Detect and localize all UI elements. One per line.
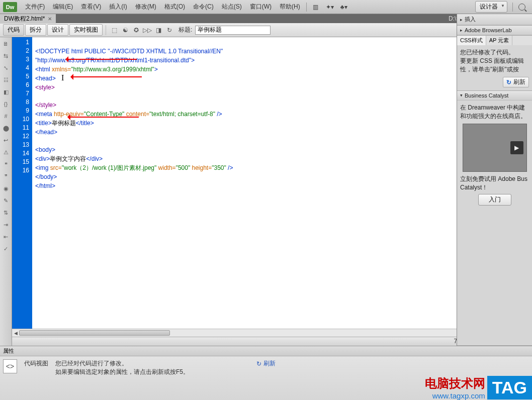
document-toolbar: 代码 拆分 设计 实时视图 ⬚ ☯ ✪ ▷▷ ◨ ↻ 标题: <box>0 23 532 37</box>
refresh-label: 刷新 <box>263 359 276 368</box>
line-numbers-icon[interactable]: # <box>2 112 11 121</box>
css-msg: 您已经修改了代码。 <box>460 48 529 57</box>
open-docs-icon[interactable]: 🗎 <box>2 39 11 48</box>
highlight-invalid-icon[interactable]: ⬤ <box>2 124 11 133</box>
bc-video-thumbnail[interactable]: ▶ <box>463 124 527 172</box>
css-styles-tab[interactable]: CSS样式 <box>457 36 486 45</box>
title-input[interactable] <box>195 26 271 35</box>
close-tab-icon[interactable]: ✕ <box>48 16 52 22</box>
bc-msg: 和功能强大的在线商店。 <box>460 112 529 121</box>
properties-message: 您已经对代码进行了修改。 如果要编辑选定对象的属性，请点击刷新或按F5。 <box>55 359 189 376</box>
menu-command[interactable]: 命令(C) <box>189 1 218 13</box>
code-editor: 1234 5678 9101112 13141516 <!DOCTYPE htm… <box>12 37 532 346</box>
sync-icon[interactable]: ♣▾ <box>339 3 349 12</box>
format-source-icon[interactable]: ✓ <box>2 244 11 253</box>
watermark-url: www.tagxp.com <box>425 391 485 400</box>
code-view-label: 代码视图 <box>24 359 48 368</box>
search-icon[interactable] <box>517 3 527 12</box>
editor-status-bar: 74 K / 2 秒 Unicode (UTF-8) <box>12 337 532 346</box>
browser-preview-icon[interactable]: ✪ <box>131 26 141 35</box>
document-tab[interactable]: DW教程2.html* ✕ <box>0 14 56 24</box>
refresh-icon: ↻ <box>256 360 261 367</box>
indent-icon[interactable]: ⇥ <box>2 220 11 229</box>
right-panel-group: 插入 Adobe BrowserLab CSS样式 AP 元素 您已经修改了代码… <box>457 14 532 346</box>
refresh-icon: ↻ <box>506 79 511 86</box>
outdent-icon[interactable]: ⇤ <box>2 232 11 241</box>
bc-try-text: Catalyst！ <box>460 183 529 192</box>
recent-snippets-icon[interactable]: ✎ <box>2 196 11 205</box>
properties-panel: 属性 <> 代码视图 您已经对代码进行了修改。 如果要编辑选定对象的属性，请点击… <box>0 346 532 400</box>
collapse-tag-icon[interactable]: ⤡ <box>2 63 11 72</box>
show-code-nav-icon[interactable]: ⇆ <box>2 51 11 60</box>
syntax-error-icon[interactable]: ⚠ <box>2 148 11 157</box>
css-panel: CSS样式 AP 元素 您已经修改了代码。 要更新 CSS 面板或编辑 性，请单… <box>457 36 532 91</box>
browserlab-panel: Adobe BrowserLab <box>457 26 532 36</box>
select-parent-icon[interactable]: ◧ <box>2 87 11 96</box>
code-content[interactable]: <!DOCTYPE html PUBLIC "-//W3C//DTD XHTML… <box>32 37 524 329</box>
menu-site[interactable]: 站点(S) <box>218 1 246 13</box>
bc-start-button[interactable]: 入门 <box>478 194 511 206</box>
inspect-icon[interactable]: ☯ <box>120 26 130 35</box>
bc-panel-body: 在 Dreamweaver 中构建 和功能强大的在线商店。 ▶ 立刻免费试用 A… <box>457 101 532 211</box>
business-catalyst-panel: Business Catalyst 在 Dreamweaver 中构建 和功能强… <box>457 91 532 346</box>
balance-braces-icon[interactable]: {} <box>2 99 11 109</box>
live-view-button[interactable]: 实时视图 <box>69 24 103 36</box>
expand-all-icon[interactable]: ☷ <box>2 75 11 84</box>
move-css-icon[interactable]: ⇅ <box>2 208 11 217</box>
layout-icon[interactable]: ▥ <box>311 3 321 12</box>
css-panel-body: 您已经修改了代码。 要更新 CSS 面板或编辑 性，请单击"刷新"或按 ↻ 刷新 <box>457 45 532 90</box>
menu-edit[interactable]: 编辑(E) <box>49 1 77 13</box>
menu-insert[interactable]: 插入(I) <box>105 1 131 13</box>
design-view-button[interactable]: 设计 <box>47 24 68 36</box>
scroll-left-icon[interactable]: ◀ <box>12 330 19 337</box>
workspace-dropdown[interactable]: 设计器 <box>475 1 507 13</box>
properties-header[interactable]: 属性 <box>0 346 532 356</box>
text-cursor-icon: I <box>61 73 64 82</box>
visual-aids-icon[interactable]: ◨ <box>153 26 163 35</box>
word-wrap-icon[interactable]: ↩ <box>2 136 11 145</box>
scrollbar-thumb[interactable] <box>19 330 170 336</box>
menu-window[interactable]: 窗口(W) <box>246 1 276 13</box>
menu-format[interactable]: 格式(O) <box>160 1 189 13</box>
bc-msg: 在 Dreamweaver 中构建 <box>460 104 529 112</box>
insert-panel: 插入 <box>457 14 532 26</box>
css-refresh-button[interactable]: ↻ 刷新 <box>503 77 529 87</box>
extension-icon[interactable]: ✦▾ <box>325 3 335 12</box>
browserlab-panel-header[interactable]: Adobe BrowserLab <box>457 26 532 35</box>
menu-help[interactable]: 帮助(H) <box>276 1 304 13</box>
watermark-title: 电脑技术网 <box>425 375 485 391</box>
menu-file[interactable]: 文件(F) <box>21 1 49 13</box>
line-number-gutter: 1234 5678 9101112 13141516 <box>12 37 32 329</box>
menu-view[interactable]: 查看(V) <box>77 1 105 13</box>
apply-comment-icon[interactable]: ❝ <box>2 160 11 169</box>
bc-try-text: 立刻免费试用 Adobe Bus <box>460 175 529 183</box>
annotation-arrow-icon <box>66 59 137 60</box>
remove-comment-icon[interactable]: ❞ <box>2 172 11 181</box>
code-view-icon: <> <box>3 359 17 373</box>
split-view-button[interactable]: 拆分 <box>25 24 46 36</box>
title-label: 标题: <box>179 26 192 34</box>
live-code-icon[interactable]: ⬚ <box>109 26 119 35</box>
refresh-icon[interactable]: ↻ <box>164 26 174 35</box>
separator <box>512 3 513 12</box>
wrap-tag-icon[interactable]: ◉ <box>2 184 11 193</box>
insert-panel-header[interactable]: 插入 <box>457 14 532 25</box>
main-menubar: Dw 文件(F) 编辑(E) 查看(V) 插入(I) 修改(M) 格式(O) 命… <box>0 0 532 14</box>
properties-refresh-button[interactable]: ↻ 刷新 <box>256 359 276 368</box>
document-tab-label: DW教程2.html* <box>4 15 45 23</box>
css-msg: 性，请单击"刷新"或按 <box>460 65 529 74</box>
document-tab-bar: DW教程2.html* ✕ D:\tools\桌面\DW教程2.html ⊞ <box>0 14 532 23</box>
main-area: 🗎 ⇆ ⤡ ☷ ◧ {} # ⬤ ↩ ⚠ ❝ ❞ ◉ ✎ ⇅ ⇥ ⇤ ✓ 123… <box>0 37 532 346</box>
separator <box>106 25 106 35</box>
css-msg: 要更新 CSS 面板或编辑 <box>460 57 529 65</box>
file-mgmt-icon[interactable]: ▷▷ <box>142 26 152 35</box>
code-view-button[interactable]: 代码 <box>3 24 24 36</box>
refresh-label: 刷新 <box>513 78 525 86</box>
horizontal-scrollbar[interactable]: ◀ ▶ <box>12 329 532 337</box>
play-icon[interactable]: ▶ <box>510 141 523 154</box>
code-toolbar: 🗎 ⇆ ⤡ ☷ ◧ {} # ⬤ ↩ ⚠ ❝ ❞ ◉ ✎ ⇅ ⇥ ⇤ ✓ <box>0 37 12 346</box>
menu-modify[interactable]: 修改(M) <box>131 1 160 13</box>
bc-panel-header[interactable]: Business Catalyst <box>457 91 532 101</box>
watermark-tag: TAG <box>487 376 532 399</box>
ap-elements-tab[interactable]: AP 元素 <box>486 36 513 45</box>
